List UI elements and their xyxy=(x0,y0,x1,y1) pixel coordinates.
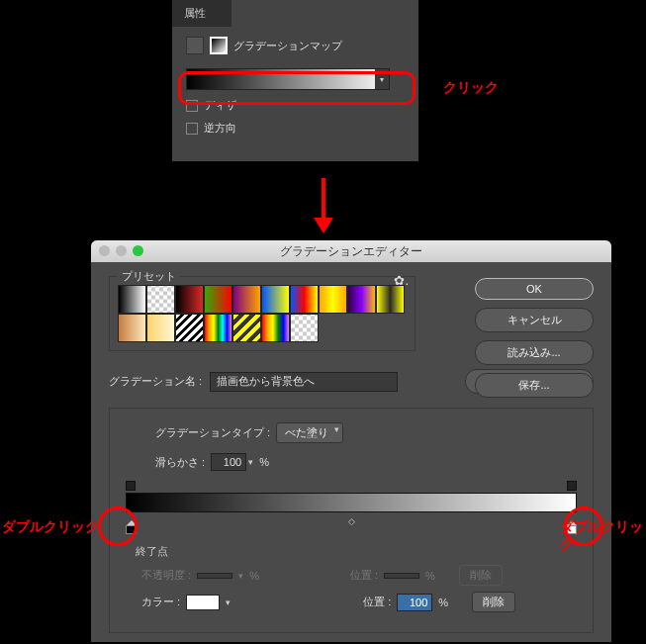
opacity-stop-right[interactable] xyxy=(567,481,577,491)
preset-swatch[interactable] xyxy=(319,285,347,314)
preset-swatch[interactable] xyxy=(232,285,261,314)
percent-label-2: % xyxy=(249,570,259,582)
gradient-name-label: グラデーション名 : xyxy=(109,374,202,389)
opacity-stop-left[interactable] xyxy=(126,481,136,491)
opacity-label: 不透明度 : xyxy=(141,568,191,583)
preset-swatch[interactable] xyxy=(146,314,175,342)
preset-swatch[interactable] xyxy=(175,285,204,314)
ok-button[interactable]: OK xyxy=(475,278,594,300)
preset-swatch[interactable] xyxy=(204,285,232,314)
location-input-2[interactable]: 100 xyxy=(397,594,432,611)
properties-tab[interactable]: 属性 xyxy=(172,0,231,27)
location-label-2: 位置 : xyxy=(363,595,391,609)
preset-swatch[interactable] xyxy=(118,314,146,342)
preset-swatch[interactable] xyxy=(347,285,376,314)
gradient-strip[interactable] xyxy=(126,493,577,512)
gradient-map-label: グラデーションマップ xyxy=(233,39,342,53)
location-label: 位置 : xyxy=(350,568,378,583)
preset-swatch[interactable] xyxy=(204,314,232,342)
dblclick-annotation-left: ダブルクリック xyxy=(2,518,99,536)
reverse-checkbox[interactable] xyxy=(186,123,198,135)
window-zoom-icon[interactable] xyxy=(133,245,143,256)
preset-swatch[interactable] xyxy=(118,285,146,314)
preset-swatch[interactable] xyxy=(232,314,261,342)
dialog-title: グラデーションエディター xyxy=(280,243,422,260)
delete-color-stop-button[interactable]: 削除 xyxy=(472,592,515,612)
opacity-input xyxy=(197,573,232,579)
click-annotation: クリック xyxy=(443,79,499,97)
reverse-label: 逆方向 xyxy=(204,121,236,136)
percent-label-4: % xyxy=(438,597,448,608)
load-button[interactable]: 読み込み... xyxy=(475,340,594,365)
dblclick-annotation-right: ダブルクリック xyxy=(560,518,646,554)
preset-swatches xyxy=(118,285,405,342)
smoothness-input[interactable]: 100 xyxy=(211,453,246,471)
preset-swatch[interactable] xyxy=(376,285,405,314)
preset-swatch[interactable] xyxy=(261,314,290,342)
gradient-strip-area: ◇ xyxy=(126,481,577,534)
midpoint-icon[interactable]: ◇ xyxy=(348,516,355,526)
preset-label: プリセット xyxy=(118,269,180,284)
preset-fieldset: プリセット ✿. xyxy=(109,276,415,351)
save-button[interactable]: 保存... xyxy=(475,373,594,398)
gradient-type-dropdown[interactable]: べた塗り xyxy=(276,422,343,443)
preset-swatch[interactable] xyxy=(175,314,204,342)
percent-label: % xyxy=(259,456,269,468)
highlight-box xyxy=(178,71,415,105)
window-minimize-icon[interactable] xyxy=(116,245,127,256)
stops-title: 終了点 xyxy=(136,544,577,559)
preset-swatch[interactable] xyxy=(290,285,319,314)
preset-swatch[interactable] xyxy=(290,314,319,342)
percent-label-3: % xyxy=(425,570,435,582)
dialog-titlebar[interactable]: グラデーションエディター xyxy=(91,240,611,262)
arrow-down-icon xyxy=(322,178,325,220)
gradient-settings-fieldset: グラデーションタイプ : べた塗り 滑らかさ : 100 ▾ % ◇ 終了点 不… xyxy=(109,408,594,633)
gradient-editor-dialog: グラデーションエディター プリセット ✿. OK キャンセル 読み込み... 保… xyxy=(91,240,611,642)
adjustment-layer-icon xyxy=(186,37,204,54)
cancel-button[interactable]: キャンセル xyxy=(475,308,594,332)
color-swatch[interactable] xyxy=(186,595,220,610)
gradient-map-icon xyxy=(210,37,228,54)
color-label: カラー : xyxy=(141,595,180,609)
gear-icon[interactable]: ✿. xyxy=(394,273,409,288)
window-close-icon[interactable] xyxy=(99,245,110,256)
gradient-name-input[interactable] xyxy=(210,372,398,392)
preset-swatch[interactable] xyxy=(261,285,290,314)
highlight-circle-left xyxy=(98,506,138,546)
gradient-type-label: グラデーションタイプ : xyxy=(155,425,270,440)
preset-swatch[interactable] xyxy=(146,285,175,314)
smoothness-label: 滑らかさ : xyxy=(155,455,205,470)
delete-opacity-stop-button: 削除 xyxy=(459,565,503,586)
location-input xyxy=(384,573,419,579)
